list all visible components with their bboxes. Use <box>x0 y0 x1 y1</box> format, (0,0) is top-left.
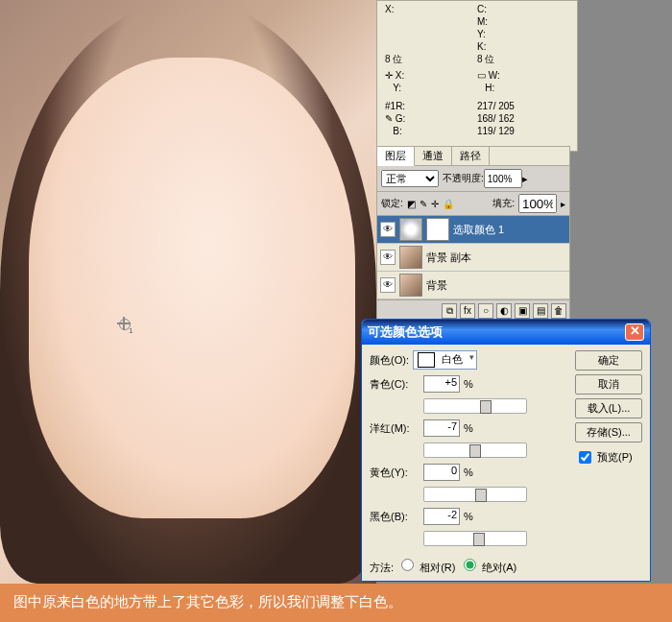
lock-all-icon[interactable]: 🔒 <box>443 199 454 209</box>
tab-channels[interactable]: 通道 <box>415 147 452 165</box>
radio-absolute[interactable]: 绝对(A) <box>459 562 517 573</box>
fill-label: 填充: <box>492 197 515 210</box>
blend-mode-select[interactable]: 正常 <box>381 170 439 187</box>
lock-pixels-icon[interactable]: ✎ <box>420 199 427 209</box>
slider-label: 洋红(M): <box>370 421 420 436</box>
slider-label: 黄色(Y): <box>370 466 420 480</box>
caption-text: 图中原来白色的地方带上了其它色彩，所以我们调整下白色。 <box>0 584 672 622</box>
slider-handle[interactable] <box>480 400 492 414</box>
slider-handle[interactable] <box>475 489 487 502</box>
lock-transparent-icon[interactable]: ◩ <box>407 199 416 209</box>
selective-color-dialog: 可选颜色选项 ✕ 颜色(O): 白色 青色(C):+5%洋红(M):-7%黄色(… <box>361 319 651 582</box>
slider-value[interactable]: -7 <box>423 419 460 437</box>
tab-paths[interactable]: 路径 <box>452 147 490 165</box>
fill-input[interactable] <box>518 194 557 213</box>
color-label: 颜色(O): <box>370 353 409 368</box>
photo-face <box>29 58 355 518</box>
slider-value[interactable]: 0 <box>423 464 460 481</box>
slider-label: 黑色(B): <box>370 510 420 524</box>
arrow-icon[interactable]: ▸ <box>561 199 565 209</box>
layer-thumb <box>399 274 422 297</box>
load-button[interactable]: 载入(L)... <box>575 398 642 419</box>
slider-track[interactable] <box>423 487 527 502</box>
percent-label: % <box>464 466 473 478</box>
layer-name: 选取颜色 1 <box>453 223 566 237</box>
layer-thumb <box>399 218 422 241</box>
new-layer-icon[interactable]: ▤ <box>533 303 548 319</box>
trash-icon[interactable]: 🗑 <box>551 303 566 319</box>
cancel-button[interactable]: 取消 <box>575 374 642 395</box>
lock-position-icon[interactable]: ✛ <box>431 199 439 209</box>
opacity-label: 不透明度: <box>443 172 484 185</box>
tab-layers[interactable]: 图层 <box>377 147 415 166</box>
adjustment-icon[interactable]: ◐ <box>496 303 512 319</box>
color-select[interactable]: 白色 <box>413 350 477 370</box>
lock-label: 锁定: <box>381 197 403 210</box>
slider-label: 青色(C): <box>370 377 420 392</box>
preview-checkbox[interactable]: 预览(P) <box>575 448 642 466</box>
slider-track[interactable] <box>423 531 527 546</box>
slider-value[interactable]: +5 <box>423 375 460 393</box>
radio-relative[interactable]: 相对(R) <box>396 562 455 573</box>
link-icon[interactable]: ⧉ <box>442 303 457 319</box>
slider-track[interactable] <box>423 443 527 458</box>
layer-row[interactable]: 👁选取颜色 1 <box>377 216 569 244</box>
percent-label: % <box>464 378 473 390</box>
swatch-icon <box>418 352 435 368</box>
ok-button[interactable]: 确定 <box>575 350 642 371</box>
visibility-icon[interactable]: 👁 <box>380 277 396 293</box>
group-icon[interactable]: ▣ <box>515 303 530 319</box>
opacity-input[interactable] <box>484 169 522 188</box>
layer-row[interactable]: 👁背景 副本 <box>377 244 569 272</box>
mask-icon[interactable]: ○ <box>478 303 493 319</box>
mask-thumb <box>426 218 449 241</box>
method-label: 方法: <box>370 562 394 573</box>
layer-row[interactable]: 👁背景 <box>377 272 569 299</box>
slider-handle[interactable] <box>469 444 481 458</box>
visibility-icon[interactable]: 👁 <box>380 250 396 265</box>
percent-label: % <box>464 422 473 434</box>
save-button[interactable]: 存储(S)... <box>575 422 642 443</box>
arrow-icon[interactable]: ▸ <box>522 173 528 185</box>
image-canvas[interactable]: 1 <box>0 0 376 584</box>
percent-label: % <box>464 511 473 522</box>
dialog-title: 可选颜色选项 <box>368 323 443 341</box>
info-panel: X: C: M: Y: K: 8 位 8 位 ✛ X: ▭ W: Y: H: <box>376 0 578 152</box>
layer-name: 背景 副本 <box>426 251 566 265</box>
layer-name: 背景 <box>426 278 566 293</box>
slider-value[interactable]: -2 <box>423 508 460 525</box>
layers-panel: 图层 通道 路径 正常 不透明度: ▸ 锁定: ◩ ✎ ✛ 🔒 填充: ▸ 👁选… <box>376 146 570 321</box>
visibility-icon[interactable]: 👁 <box>380 222 396 237</box>
slider-track[interactable] <box>423 398 527 414</box>
close-icon[interactable]: ✕ <box>625 323 644 341</box>
slider-handle[interactable] <box>473 533 485 546</box>
fx-icon[interactable]: fx <box>460 303 475 319</box>
layer-thumb <box>399 246 422 269</box>
